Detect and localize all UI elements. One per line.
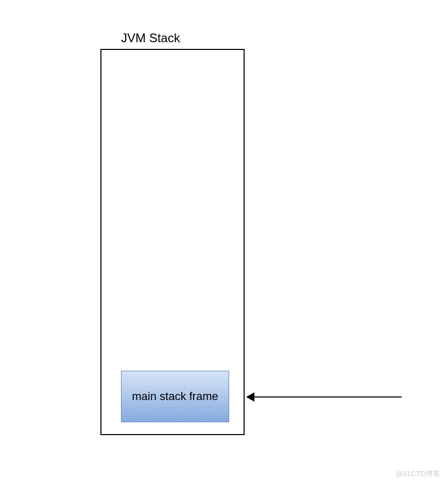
pointer-arrow-line bbox=[252, 396, 402, 397]
frame-label: main stack frame bbox=[132, 390, 218, 403]
stack-title: JVM Stack bbox=[121, 31, 180, 45]
pointer-arrow-head-icon bbox=[246, 392, 254, 402]
main-stack-frame: main stack frame bbox=[121, 371, 229, 422]
watermark-text: @51CTO博客 bbox=[395, 470, 440, 479]
